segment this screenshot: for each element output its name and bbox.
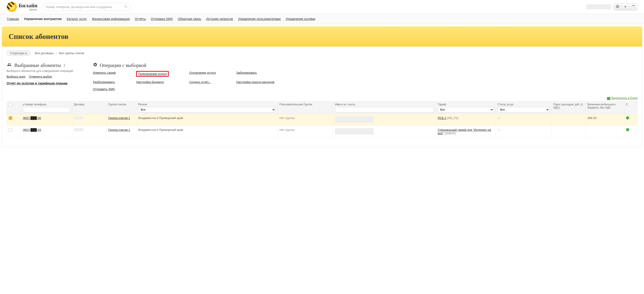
- logo-icon: [7, 2, 17, 12]
- filter-region-select[interactable]: Все: [138, 107, 276, 112]
- operation-link-3[interactable]: Заблокировать: [236, 71, 274, 77]
- th-contract[interactable]: Договор: [74, 103, 84, 106]
- crumb-1[interactable]: Все группы счетов: [59, 51, 84, 55]
- nav-item-6[interactable]: Обратная связь: [178, 17, 201, 21]
- service-status-cell: —: [498, 116, 500, 120]
- nav-item-8[interactable]: Управление пользователями: [238, 17, 281, 21]
- th-group[interactable]: Группа счетов: [108, 103, 126, 106]
- usergroup-cell: Нет группы: [278, 114, 333, 126]
- th-usergroup[interactable]: Пользовательская Группа: [280, 103, 312, 106]
- account-redacted: [586, 4, 611, 9]
- svg-line-1: [126, 7, 127, 8]
- operations-heading: Операции с выборкой: [100, 62, 146, 68]
- page-titlebar: Список абонентов: [2, 26, 642, 47]
- operation-link-1[interactable]: Подключение услуги: [136, 71, 168, 77]
- th-tariff[interactable]: Тариф: [438, 103, 446, 106]
- account-group-link[interactable]: Группа счетов 1: [108, 116, 130, 120]
- row-checkbox[interactable]: [9, 128, 12, 132]
- nameemail-cell: [335, 128, 374, 134]
- help-button[interactable]: ?: [622, 4, 629, 10]
- settings-button[interactable]: [614, 4, 622, 10]
- th-service-status[interactable]: Статус услуг: [498, 103, 514, 106]
- filter-tariff-select[interactable]: Все: [438, 107, 494, 112]
- operation-link-6[interactable]: Создать отчёт...: [189, 80, 216, 84]
- xls-icon: XLS: [607, 97, 610, 100]
- selected-heading: Выбранные абоненты: [14, 62, 61, 68]
- selected-hint: Выберите абонентов для совершения операц…: [6, 69, 79, 73]
- structure-button-label: Структура: [10, 51, 24, 55]
- th-nameemail[interactable]: Имя и эл. почта: [335, 103, 355, 106]
- status-ok-icon: [626, 128, 629, 131]
- filter-status-select[interactable]: Все: [498, 107, 550, 112]
- row-checkbox[interactable]: [9, 116, 12, 120]
- tariff-link[interactable]: РСБ 2: [438, 116, 446, 120]
- phone-link[interactable]: (902) ███-43: [23, 128, 41, 131]
- nav-item-0[interactable]: Главная: [7, 17, 19, 21]
- operation-link-5[interactable]: Настройка бюджета: [136, 80, 168, 84]
- nav-item-9[interactable]: Управление ролями: [286, 17, 315, 21]
- operation-link-8[interactable]: Отправить SMS: [93, 87, 116, 91]
- search-icon[interactable]: [124, 5, 128, 9]
- main-nav: ГлавнаяУправление контрактомКаталог услу…: [0, 14, 644, 24]
- nav-item-1[interactable]: Управление контрактом: [24, 17, 62, 21]
- nav-item-3[interactable]: Финансовая информация: [92, 17, 130, 21]
- status-ok-icon: [626, 116, 629, 119]
- users-icon: [6, 62, 12, 68]
- operations-panel: Операции с выборкой Изменить тарифПодклю…: [93, 62, 638, 91]
- tariff-note: (SDB2P): [444, 131, 456, 135]
- help-icon: ?: [624, 5, 626, 9]
- usergroup-cell: Нет группы: [278, 126, 333, 138]
- region-cell: Владивосток и Приморский край: [136, 126, 278, 138]
- threshold-cell: [551, 114, 586, 126]
- report-link[interactable]: Отчёт по услугам и тарифным планам: [6, 81, 68, 85]
- selected-count: 1: [63, 62, 66, 68]
- operation-link-7[interactable]: Настройка порога расходов: [236, 80, 274, 84]
- operation-link-4[interactable]: Разблокировать: [93, 80, 116, 84]
- nameemail-cell: [335, 116, 374, 123]
- brand-sub: Бизнес: [30, 9, 37, 11]
- refresh-button[interactable]: [629, 4, 637, 10]
- gear-icon: [616, 5, 619, 9]
- refresh-icon: [632, 5, 635, 9]
- breadcrumb: Все договоры / Все группы счетов: [35, 51, 84, 55]
- svg-point-2: [617, 6, 618, 7]
- structure-button[interactable]: Структура ▸: [6, 50, 31, 56]
- nav-item-4[interactable]: Отчёты: [135, 17, 146, 21]
- operation-link-2[interactable]: Отключение услуги: [189, 71, 216, 77]
- logo[interactable]: Билайн Бизнес: [7, 2, 38, 12]
- crumb-0[interactable]: Все договоры: [35, 51, 54, 55]
- account-group-link[interactable]: Группа счетов 1: [108, 128, 130, 131]
- service-status-cell: —: [498, 128, 500, 131]
- brand-name: Билайн: [19, 3, 38, 8]
- page-title: Список абонентов: [9, 32, 635, 41]
- search-input[interactable]: [42, 3, 131, 11]
- phone-link[interactable]: (902) ███-00: [23, 116, 41, 120]
- svg-point-0: [125, 5, 126, 7]
- deselect-all-link[interactable]: Отменить выбор: [29, 75, 52, 78]
- table-row: (902) ███-00Группа счетов 1Владивосток и…: [7, 114, 638, 126]
- filter-phone-input[interactable]: [23, 107, 70, 112]
- export-excel-link[interactable]: Выгрузить в Excel: [611, 96, 638, 100]
- nav-item-2[interactable]: Каталог услуг: [66, 17, 87, 21]
- th-phone[interactable]: Номер телефона: [24, 103, 46, 106]
- th-status: С: [626, 103, 628, 106]
- gear-icon: [93, 62, 98, 68]
- header-checkbox[interactable]: [9, 103, 12, 106]
- topbar-buttons: ?: [614, 3, 637, 11]
- nav-item-7[interactable]: История запросов: [206, 17, 233, 21]
- select-all-link[interactable]: Выбрать всех: [6, 75, 26, 78]
- budget-cell: [586, 126, 624, 138]
- threshold-cell: [551, 126, 586, 138]
- table-row: (902) ███-43Группа счетов 1Владивосток и…: [7, 126, 638, 138]
- contract-cell: [74, 128, 83, 131]
- th-region[interactable]: Регион: [138, 103, 147, 106]
- budget-cell: 458.33: [586, 114, 624, 126]
- filter-nameemail-input[interactable]: [335, 107, 434, 112]
- contract-cell: [74, 116, 83, 119]
- chevron-right-icon: ▸: [26, 51, 27, 55]
- operation-link-0[interactable]: Изменить тариф: [93, 71, 116, 77]
- region-cell: Владивосток и Приморский край: [136, 114, 278, 126]
- selected-subscribers-panel: Выбранные абоненты 1 Выберите абонентов …: [6, 62, 79, 85]
- nav-item-5[interactable]: Отправка SMS: [151, 17, 173, 21]
- th-threshold: Порог расходов, руб. (с НДС): [553, 103, 583, 109]
